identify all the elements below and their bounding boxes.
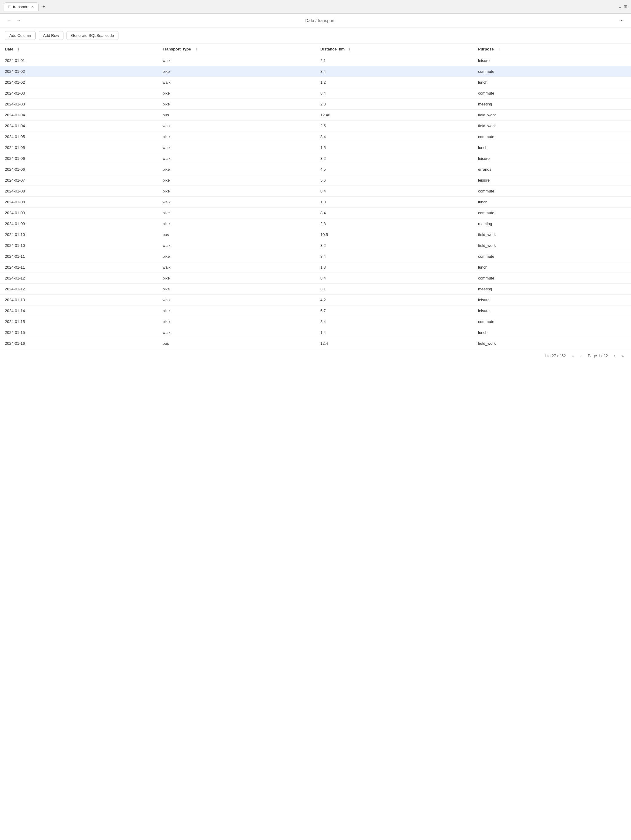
cell-date-0[interactable]: 2024-01-01 bbox=[0, 55, 158, 66]
cell-date-11[interactable]: 2024-01-07 bbox=[0, 175, 158, 186]
column-menu-icon-purpose[interactable]: ⋮ bbox=[497, 47, 501, 52]
table-row[interactable]: 2024-01-01walk2.1leisure bbox=[0, 55, 631, 66]
prev-page-button[interactable]: ‹ bbox=[578, 352, 584, 360]
table-row[interactable]: 2024-01-13walk4.2leisure bbox=[0, 294, 631, 305]
cell-transport_type-1[interactable]: bike bbox=[158, 66, 315, 77]
table-row[interactable]: 2024-01-08walk1.0lunch bbox=[0, 196, 631, 207]
cell-transport_type-17[interactable]: walk bbox=[158, 240, 315, 251]
cell-distance_km-14[interactable]: 8.4 bbox=[315, 207, 473, 218]
cell-date-17[interactable]: 2024-01-10 bbox=[0, 240, 158, 251]
cell-date-9[interactable]: 2024-01-06 bbox=[0, 153, 158, 164]
cell-date-3[interactable]: 2024-01-03 bbox=[0, 88, 158, 98]
cell-purpose-25[interactable]: lunch bbox=[473, 327, 631, 338]
tab-close-button[interactable]: ✕ bbox=[30, 5, 35, 9]
cell-purpose-9[interactable]: leisure bbox=[473, 153, 631, 164]
cell-distance_km-1[interactable]: 8.4 bbox=[315, 66, 473, 77]
cell-date-18[interactable]: 2024-01-11 bbox=[0, 251, 158, 262]
cell-distance_km-12[interactable]: 8.4 bbox=[315, 186, 473, 196]
table-row[interactable]: 2024-01-06walk3.2leisure bbox=[0, 153, 631, 164]
cell-purpose-18[interactable]: commute bbox=[473, 251, 631, 262]
browser-chevron-down[interactable]: ⌄ bbox=[618, 4, 622, 9]
cell-distance_km-5[interactable]: 12.46 bbox=[315, 109, 473, 120]
table-row[interactable]: 2024-01-16bus12.4field_work bbox=[0, 338, 631, 349]
cell-distance_km-26[interactable]: 12.4 bbox=[315, 338, 473, 349]
cell-purpose-5[interactable]: field_work bbox=[473, 109, 631, 120]
cell-date-24[interactable]: 2024-01-15 bbox=[0, 316, 158, 327]
cell-transport_type-10[interactable]: bike bbox=[158, 164, 315, 175]
table-row[interactable]: 2024-01-06bike4.5errands bbox=[0, 164, 631, 175]
table-row[interactable]: 2024-01-15walk1.4lunch bbox=[0, 327, 631, 338]
column-header-purpose[interactable]: Purpose ⋮ bbox=[473, 44, 631, 55]
cell-distance_km-3[interactable]: 8.4 bbox=[315, 88, 473, 98]
cell-transport_type-13[interactable]: walk bbox=[158, 196, 315, 207]
cell-date-12[interactable]: 2024-01-08 bbox=[0, 186, 158, 196]
cell-distance_km-10[interactable]: 4.5 bbox=[315, 164, 473, 175]
cell-purpose-4[interactable]: meeting bbox=[473, 98, 631, 109]
cell-date-2[interactable]: 2024-01-02 bbox=[0, 77, 158, 88]
cell-purpose-26[interactable]: field_work bbox=[473, 338, 631, 349]
cell-distance_km-2[interactable]: 1.2 bbox=[315, 77, 473, 88]
first-page-button[interactable]: « bbox=[570, 352, 577, 360]
cell-transport_type-4[interactable]: bike bbox=[158, 98, 315, 109]
cell-purpose-0[interactable]: leisure bbox=[473, 55, 631, 66]
cell-purpose-1[interactable]: commute bbox=[473, 66, 631, 77]
column-menu-icon-transport[interactable]: ⋮ bbox=[194, 47, 198, 52]
cell-distance_km-13[interactable]: 1.0 bbox=[315, 196, 473, 207]
column-menu-icon-distance[interactable]: ⋮ bbox=[348, 47, 352, 52]
cell-transport_type-25[interactable]: walk bbox=[158, 327, 315, 338]
cell-date-14[interactable]: 2024-01-09 bbox=[0, 207, 158, 218]
cell-purpose-12[interactable]: commute bbox=[473, 186, 631, 196]
cell-distance_km-24[interactable]: 8.4 bbox=[315, 316, 473, 327]
cell-purpose-17[interactable]: field_work bbox=[473, 240, 631, 251]
column-header-transport-type[interactable]: Transport_type ⋮ bbox=[158, 44, 315, 55]
cell-transport_type-23[interactable]: bike bbox=[158, 305, 315, 316]
cell-date-19[interactable]: 2024-01-11 bbox=[0, 262, 158, 273]
cell-date-22[interactable]: 2024-01-13 bbox=[0, 294, 158, 305]
cell-date-25[interactable]: 2024-01-15 bbox=[0, 327, 158, 338]
cell-transport_type-2[interactable]: walk bbox=[158, 77, 315, 88]
cell-distance_km-7[interactable]: 8.4 bbox=[315, 131, 473, 142]
cell-distance_km-18[interactable]: 8.4 bbox=[315, 251, 473, 262]
table-row[interactable]: 2024-01-02walk1.2lunch bbox=[0, 77, 631, 88]
browser-grid-button[interactable]: ⊞ bbox=[624, 4, 627, 9]
table-row[interactable]: 2024-01-05walk1.5lunch bbox=[0, 142, 631, 153]
cell-distance_km-9[interactable]: 3.2 bbox=[315, 153, 473, 164]
last-page-button[interactable]: » bbox=[619, 352, 626, 360]
more-options-button[interactable]: ··· bbox=[617, 16, 626, 25]
cell-transport_type-16[interactable]: bus bbox=[158, 229, 315, 240]
cell-purpose-21[interactable]: meeting bbox=[473, 283, 631, 294]
cell-transport_type-14[interactable]: bike bbox=[158, 207, 315, 218]
cell-transport_type-18[interactable]: bike bbox=[158, 251, 315, 262]
cell-date-4[interactable]: 2024-01-03 bbox=[0, 98, 158, 109]
table-row[interactable]: 2024-01-15bike8.4commute bbox=[0, 316, 631, 327]
cell-purpose-15[interactable]: meeting bbox=[473, 218, 631, 229]
cell-purpose-19[interactable]: lunch bbox=[473, 262, 631, 273]
table-row[interactable]: 2024-01-12bike3.1meeting bbox=[0, 283, 631, 294]
cell-purpose-10[interactable]: errands bbox=[473, 164, 631, 175]
cell-transport_type-5[interactable]: bus bbox=[158, 109, 315, 120]
cell-distance_km-11[interactable]: 5.6 bbox=[315, 175, 473, 186]
table-row[interactable]: 2024-01-04bus12.46field_work bbox=[0, 109, 631, 120]
cell-distance_km-0[interactable]: 2.1 bbox=[315, 55, 473, 66]
cell-distance_km-22[interactable]: 4.2 bbox=[315, 294, 473, 305]
new-tab-button[interactable]: + bbox=[40, 3, 47, 11]
cell-distance_km-25[interactable]: 1.4 bbox=[315, 327, 473, 338]
table-row[interactable]: 2024-01-03bike8.4commute bbox=[0, 88, 631, 98]
cell-distance_km-4[interactable]: 2.3 bbox=[315, 98, 473, 109]
add-row-button[interactable]: Add Row bbox=[39, 31, 64, 40]
table-row[interactable]: 2024-01-11bike8.4commute bbox=[0, 251, 631, 262]
cell-date-16[interactable]: 2024-01-10 bbox=[0, 229, 158, 240]
cell-distance_km-20[interactable]: 8.4 bbox=[315, 273, 473, 283]
add-column-button[interactable]: Add Column bbox=[5, 31, 36, 40]
cell-date-21[interactable]: 2024-01-12 bbox=[0, 283, 158, 294]
cell-transport_type-8[interactable]: walk bbox=[158, 142, 315, 153]
cell-purpose-11[interactable]: leisure bbox=[473, 175, 631, 186]
cell-purpose-22[interactable]: leisure bbox=[473, 294, 631, 305]
table-row[interactable]: 2024-01-03bike2.3meeting bbox=[0, 98, 631, 109]
cell-purpose-8[interactable]: lunch bbox=[473, 142, 631, 153]
cell-date-7[interactable]: 2024-01-05 bbox=[0, 131, 158, 142]
forward-button[interactable]: → bbox=[14, 17, 23, 24]
cell-transport_type-24[interactable]: bike bbox=[158, 316, 315, 327]
cell-purpose-7[interactable]: commute bbox=[473, 131, 631, 142]
table-row[interactable]: 2024-01-10bus10.5field_work bbox=[0, 229, 631, 240]
